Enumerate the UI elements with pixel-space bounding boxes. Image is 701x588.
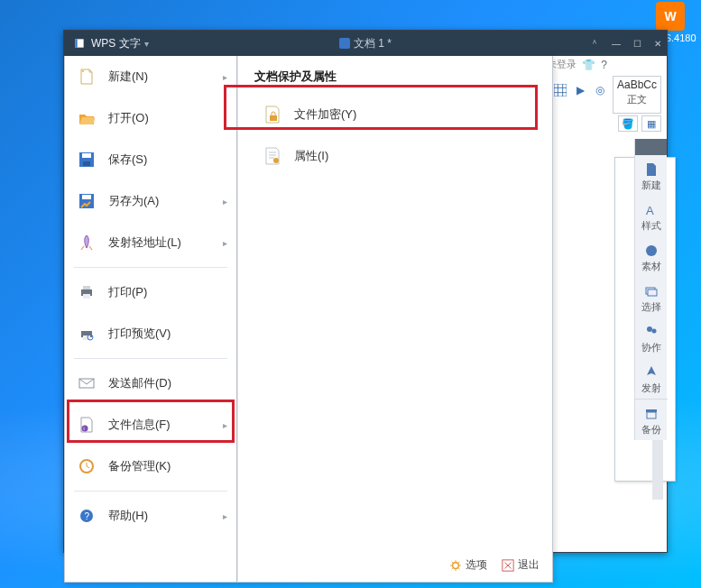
document-title: 文档 1 *	[354, 36, 392, 51]
mail-icon	[78, 374, 96, 392]
pane-item-label: 选择	[641, 301, 661, 312]
submenu-item-label: 属性(I)	[294, 148, 328, 164]
submenu-item-label: 文件加密(Y)	[294, 106, 356, 123]
file-menu: 新建(N) ▸ 打开(O) 保存(S) 另存为(A) ▸ 发射轻地址(L) ▸ …	[64, 56, 237, 583]
border-icon[interactable]: ▦	[641, 115, 661, 132]
pane-item-backup[interactable]: 备份	[635, 399, 668, 440]
submenu-arrow-icon: ▸	[223, 197, 227, 207]
people-icon	[644, 325, 659, 339]
pane-item-send[interactable]: 发射	[635, 358, 668, 399]
arrow-right-icon[interactable]: ▶	[571, 81, 589, 99]
task-pane-header[interactable]	[635, 139, 667, 155]
menu-item-launch[interactable]: 发射轻地址(L) ▸	[65, 222, 236, 263]
menu-item-saveas[interactable]: 另存为(A) ▸	[65, 180, 236, 222]
gear-icon	[449, 559, 462, 572]
help-icon[interactable]: ＾	[590, 37, 599, 50]
pane-item-label: 素材	[641, 261, 661, 271]
menu-item-help[interactable]: ? 帮助(H) ▸	[65, 495, 236, 537]
svg-point-28	[273, 158, 279, 163]
minimize-button[interactable]: —	[612, 39, 621, 49]
menu-item-new[interactable]: 新建(N) ▸	[65, 56, 236, 97]
svg-rect-0	[554, 84, 567, 96]
pane-item-label: 样式	[641, 220, 661, 231]
style-preview-text: AaBbCc	[613, 78, 660, 91]
rocket-icon	[644, 365, 659, 380]
palette-icon	[644, 243, 659, 258]
pane-item-material[interactable]: 素材	[635, 236, 668, 277]
svg-rect-12	[83, 161, 90, 166]
submenu-arrow-icon: ▸	[223, 238, 227, 248]
help-icon: ?	[78, 507, 96, 525]
target-icon[interactable]: ◎	[591, 81, 609, 99]
properties-icon	[263, 147, 281, 165]
style-gallery-item[interactable]: AaBbCc 正文	[613, 76, 661, 114]
exit-icon	[502, 559, 514, 572]
pane-item-label: 协作	[641, 342, 661, 353]
right-task-pane: 新建 A 样式 素材 选择 协作 发射 备份	[634, 139, 667, 440]
menu-item-label: 新建(N)	[108, 69, 148, 85]
pane-item-label: 新建	[641, 179, 661, 190]
menu-item-label: 文件信息(F)	[108, 417, 171, 433]
pane-item-style[interactable]: A 样式	[635, 196, 668, 236]
svg-rect-8	[647, 412, 656, 418]
layers-icon	[644, 284, 659, 299]
paint-bucket-icon[interactable]: 🪣	[618, 115, 638, 132]
svg-text:i: i	[84, 426, 85, 431]
archive-icon	[644, 407, 659, 421]
pane-item-label: 发射	[641, 382, 661, 393]
menu-item-open[interactable]: 打开(O)	[65, 97, 236, 139]
new-file-icon	[78, 68, 96, 86]
options-label: 选项	[466, 557, 487, 573]
svg-point-29	[453, 562, 459, 568]
pane-item-select[interactable]: 选择	[635, 277, 668, 317]
wps-icon: W	[656, 2, 685, 31]
menu-item-print-preview[interactable]: 打印预览(V)	[65, 313, 236, 354]
exit-button[interactable]: 退出	[502, 557, 540, 573]
menu-item-label: 发射轻地址(L)	[108, 234, 181, 251]
help-question-icon[interactable]: ?	[601, 59, 607, 71]
new-page-icon	[644, 162, 659, 177]
saveas-icon	[78, 192, 96, 210]
pane-item-new[interactable]: 新建	[635, 155, 668, 196]
account-bar: 未登录 👕 ?	[547, 58, 607, 71]
svg-rect-11	[82, 153, 91, 158]
lock-encrypt-icon	[263, 106, 281, 124]
menu-item-label: 发送邮件(D)	[108, 375, 171, 391]
app-logo-icon	[73, 37, 86, 50]
app-menu-dropdown-icon[interactable]: ▾	[144, 39, 149, 49]
shirt-icon[interactable]: 👕	[582, 59, 595, 71]
pane-item-collab[interactable]: 协作	[635, 317, 668, 358]
print-preview-icon	[78, 325, 96, 343]
maximize-button[interactable]: ☐	[633, 39, 641, 49]
menu-item-label: 另存为(A)	[108, 193, 159, 209]
menu-item-send-mail[interactable]: 发送邮件(D)	[65, 363, 236, 404]
menu-item-label: 打开(O)	[108, 110, 149, 126]
submenu-item-properties[interactable]: 属性(I)	[238, 135, 552, 177]
rocket-launch-icon	[78, 234, 96, 252]
menu-item-file-info[interactable]: i 文件信息(F) ▸	[65, 404, 236, 446]
menu-item-backup-manage[interactable]: 备份管理(K)	[65, 446, 236, 487]
menu-item-save[interactable]: 保存(S)	[65, 139, 236, 180]
svg-point-2	[646, 245, 657, 256]
menu-item-label: 打印预览(V)	[108, 326, 171, 342]
options-button[interactable]: 选项	[449, 557, 487, 573]
submenu-item-encrypt[interactable]: 文件加密(Y)	[238, 94, 552, 135]
menu-item-print[interactable]: 打印(P)	[65, 271, 236, 313]
menu-item-label: 打印(P)	[108, 284, 147, 300]
close-button[interactable]: ✕	[654, 39, 661, 49]
menu-item-label: 备份管理(K)	[108, 458, 171, 474]
style-name-label: 正文	[613, 93, 660, 106]
menu-item-label: 帮助(H)	[108, 508, 148, 524]
svg-point-6	[652, 329, 657, 334]
pane-item-label: 备份	[641, 424, 661, 435]
grid-icon[interactable]	[551, 81, 569, 99]
app-name: WPS 文字	[91, 36, 141, 51]
svg-text:A: A	[646, 204, 654, 217]
svg-rect-14	[82, 195, 91, 199]
save-disk-icon	[78, 151, 96, 169]
printer-icon	[78, 283, 96, 301]
submenu-arrow-icon: ▸	[223, 72, 227, 82]
app-window: WPS 文字 ▾ 文档 1 * ＾ — ☐ ✕ 未登录 👕 ? AaBbCc 正…	[63, 30, 668, 553]
submenu-arrow-icon: ▸	[223, 420, 227, 430]
backup-clock-icon	[78, 457, 96, 475]
